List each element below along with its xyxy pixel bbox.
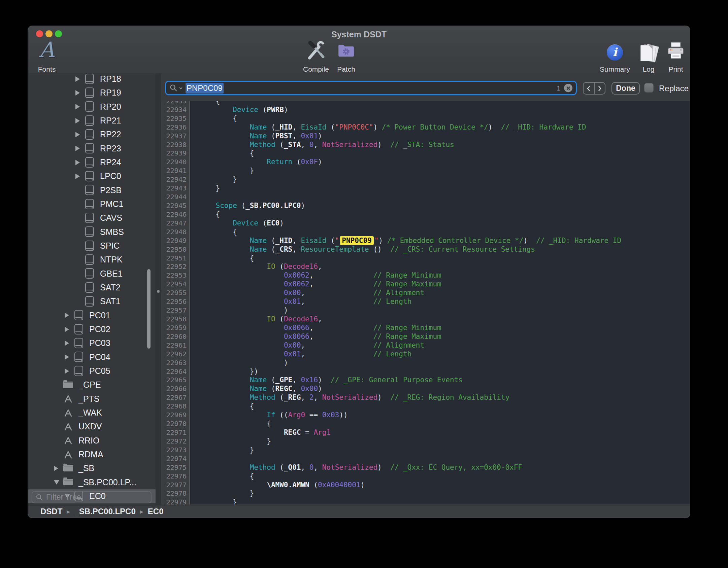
match-count: 1 — [557, 84, 564, 92]
device-icon — [74, 338, 84, 349]
tree-item-pmc1[interactable]: PMC1 — [28, 197, 156, 211]
tree-item-gbe1[interactable]: GBE1 — [28, 267, 156, 281]
breadcrumb-item[interactable]: _SB.PC00.LPC0 — [74, 507, 135, 516]
code-text: } — [190, 184, 220, 192]
previous-match-button[interactable] — [584, 83, 595, 94]
code-line: 22976 { — [161, 472, 690, 481]
line-number: 22957 — [161, 306, 190, 314]
tree-item-rrio[interactable]: RRIO — [28, 434, 156, 448]
line-number: 22973 — [161, 446, 190, 454]
disclosure-triangle-icon[interactable] — [75, 90, 80, 96]
clear-search-icon[interactable] — [564, 84, 572, 92]
patch-button[interactable]: Patch — [335, 40, 357, 73]
code-line: 22941 } — [161, 166, 690, 175]
tree-item--sb-pc00-lp-[interactable]: _SB.PC00.LP... — [28, 475, 156, 489]
tree-item-uxdv[interactable]: UXDV — [28, 420, 156, 433]
disclosure-triangle-icon[interactable] — [75, 174, 80, 179]
tree-item-pc04[interactable]: PC04 — [28, 350, 156, 364]
code-line: 22949 Name (_HID, EisaId ("PNP0C09") /* … — [161, 236, 690, 245]
disclosure-triangle-icon[interactable] — [65, 327, 69, 332]
line-number: 22974 — [161, 455, 190, 463]
next-match-button[interactable] — [595, 83, 605, 94]
disclosure-triangle-icon[interactable] — [75, 132, 80, 137]
tree-item-rp20[interactable]: RP20 — [28, 100, 156, 114]
tree-item-label: _WAK — [78, 408, 102, 418]
titlebar[interactable]: System DSDT A Fonts Compile — [28, 26, 690, 74]
disclosure-triangle-icon[interactable] — [65, 341, 69, 346]
code-line: 22950 Name (_CRS, ResourceTemplate () //… — [161, 245, 690, 254]
code-text: Name (_GPE, 0x16) // _GPE: General Purpo… — [190, 376, 463, 384]
tree-item-spic[interactable]: SPIC — [28, 239, 156, 253]
device-icon — [85, 87, 95, 99]
code-text: } — [190, 446, 254, 454]
disclosure-triangle-icon[interactable] — [75, 104, 80, 109]
code-text: 0x00, // Alignment — [190, 341, 424, 349]
log-button[interactable]: Log — [638, 40, 659, 73]
disclosure-triangle-icon[interactable] — [65, 368, 69, 374]
device-icon — [85, 184, 95, 196]
disclosure-triangle-icon[interactable] — [75, 160, 80, 165]
sidebar-scrollbar-thumb[interactable] — [147, 269, 151, 349]
tree-item--wak[interactable]: _WAK — [28, 406, 156, 420]
tree-item-pc02[interactable]: PC02 — [28, 322, 156, 336]
device-icon — [85, 268, 95, 279]
summary-button[interactable]: i Summary — [598, 40, 632, 73]
tree-item-cavs[interactable]: CAVS — [28, 211, 156, 225]
tree-item--sb[interactable]: _SB — [28, 461, 156, 475]
done-button[interactable]: Done — [611, 82, 640, 95]
tree-item-rp19[interactable]: RP19 — [28, 86, 156, 100]
replace-checkbox[interactable] — [644, 83, 654, 93]
fonts-button[interactable]: A Fonts — [32, 40, 62, 73]
sidebar-tree[interactable]: RP18RP19RP20RP21RP22RP23RP24LPC0P2SBPMC1… — [28, 73, 156, 503]
tree-item-p2sb[interactable]: P2SB — [28, 183, 156, 197]
tree-item--pts[interactable]: _PTS — [28, 392, 156, 406]
device-icon — [85, 199, 95, 210]
tree-item-rp23[interactable]: RP23 — [28, 142, 156, 155]
tree-item-sat2[interactable]: SAT2 — [28, 281, 156, 294]
code-text: } — [190, 175, 237, 183]
code-line: 22961 0x00, // Alignment — [161, 341, 690, 350]
code-editor[interactable]: 22933 {22934 Device (PWRB)22935 {22936 N… — [161, 101, 690, 504]
patch-label: Patch — [335, 65, 357, 73]
disclosure-triangle-icon[interactable] — [65, 354, 69, 360]
code-text: { — [190, 114, 237, 122]
tree-item--gpe[interactable]: _GPE — [28, 378, 156, 392]
code-lines: 22933 {22934 Device (PWRB)22935 {22936 N… — [161, 101, 690, 504]
tree-item-pc03[interactable]: PC03 — [28, 336, 156, 350]
disclosure-triangle-icon[interactable] — [54, 466, 58, 471]
line-number: 22950 — [161, 245, 190, 253]
tree-item-pc05[interactable]: PC05 — [28, 364, 156, 378]
breadcrumb: DSDT▸_SB.PC00.LPC0▸EC0 — [40, 507, 164, 516]
pane-splitter[interactable] — [156, 73, 161, 505]
tree-item-label: SPIC — [100, 241, 120, 251]
code-text: 0x01, // Length — [190, 350, 411, 358]
tree-item-ntpk[interactable]: NTPK — [28, 253, 156, 267]
filter-tree-field[interactable]: Filter Tree — [32, 491, 152, 503]
compile-button[interactable]: Compile — [303, 40, 329, 73]
breadcrumb-item[interactable]: DSDT — [40, 507, 62, 516]
tree-item-smbs[interactable]: SMBS — [28, 225, 156, 239]
window-title: System DSDT — [28, 30, 690, 39]
tree-item-pc01[interactable]: PC01 — [28, 309, 156, 322]
disclosure-triangle-icon[interactable] — [75, 146, 80, 151]
tree-item-sat1[interactable]: SAT1 — [28, 294, 156, 308]
tree-item-rp22[interactable]: RP22 — [28, 128, 156, 141]
tree-item-rp18[interactable]: RP18 — [28, 73, 156, 86]
tree-item-rp24[interactable]: RP24 — [28, 155, 156, 169]
tree-item-label: RP22 — [100, 130, 121, 139]
code-text: IO (Decode16, — [190, 262, 322, 271]
print-button[interactable]: Print — [664, 40, 687, 73]
replace-label: Replace — [659, 82, 689, 95]
disclosure-triangle-icon[interactable] — [75, 76, 80, 82]
breadcrumb-item[interactable]: EC0 — [148, 507, 164, 516]
status-bar: DSDT▸_SB.PC00.LPC0▸EC0 — [28, 505, 690, 518]
code-text: { — [190, 402, 254, 410]
tree-item-lpc0[interactable]: LPC0 — [28, 169, 156, 183]
tree-item-rp21[interactable]: RP21 — [28, 114, 156, 128]
disclosure-triangle-icon[interactable] — [75, 118, 80, 123]
tree-item-rdma[interactable]: RDMA — [28, 448, 156, 461]
filter-tree-placeholder: Filter Tree — [46, 493, 81, 502]
search-input[interactable]: PNP0C09 1 — [165, 81, 577, 95]
disclosure-triangle-icon[interactable] — [65, 313, 69, 318]
disclosure-triangle-icon[interactable] — [54, 480, 59, 485]
